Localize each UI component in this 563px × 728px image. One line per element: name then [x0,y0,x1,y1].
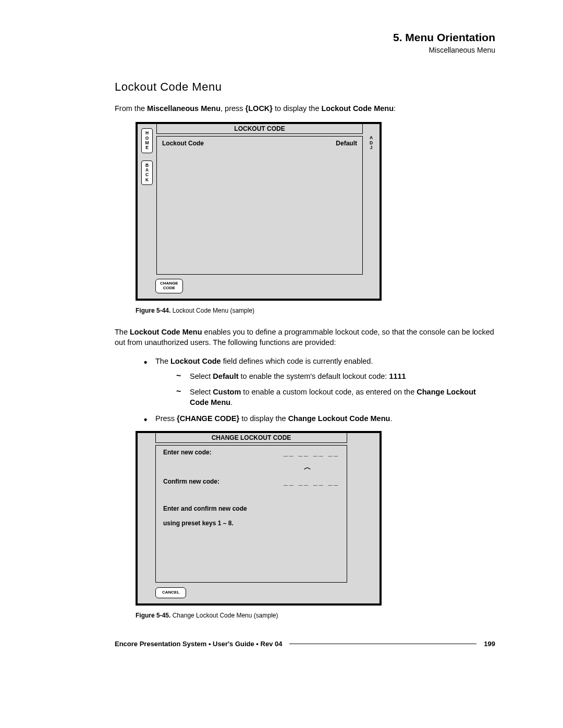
field-value: Default [336,140,357,147]
description-paragraph: The Lockout Code Menu enables you to def… [115,327,495,348]
bullet-list: The Lockout Code field defines which cod… [115,356,495,423]
field-label: Lockout Code [162,140,204,147]
breadcrumb: Miscellaneous Menu [115,46,495,54]
footer-rule [289,644,476,644]
figure-caption-2: Figure 5-45. Change Lockout Code Menu (s… [136,612,495,619]
bullet-item: The Lockout Code field defines which cod… [144,356,495,408]
home-button[interactable]: H O M E [141,128,153,153]
instruction-line: using preset keys 1 – 8. [163,520,339,527]
subbullet-item: Select Default to enable the system's de… [176,371,495,381]
enter-code-field: __ __ __ __ [284,449,339,457]
screen-area: Enter new code: __ __ __ __ ︿ Confirm ne… [155,445,347,583]
confirm-code-field: __ __ __ __ [284,478,339,486]
section-heading: Lockout Code Menu [115,80,495,94]
page-number: 199 [484,640,495,648]
intro-paragraph: From the Miscellaneous Menu, press {LOCK… [115,103,495,114]
back-button[interactable]: B A C K [141,161,153,185]
screen-area: Lockout Code Default [156,136,363,275]
caret-icon: ︿ [163,463,339,471]
instruction-line: Enter and confirm new code [163,505,339,512]
page: 5. Menu Orientation Miscellaneous Menu L… [0,0,563,669]
confirm-code-label: Confirm new code: [163,478,219,486]
screen-title: CHANGE LOCKOUT CODE [155,433,347,443]
screen-title: LOCKOUT CODE [156,124,363,134]
page-footer: Encore Presentation System • User's Guid… [115,640,495,648]
figure-lockout-code-menu: H O M E B A C K LOCKOUT CODE Lockout Cod… [136,122,382,301]
bullet-item: Press {CHANGE CODE} to display the Chang… [144,413,495,424]
figure-caption-1: Figure 5-44. Lockout Code Menu (sample) [136,307,495,314]
change-code-button[interactable]: CHANGE CODE [155,279,183,293]
chapter-title: 5. Menu Orientation [115,31,495,44]
adj-label: A D J [370,135,373,150]
figure-change-lockout-code-menu: CHANGE LOCKOUT CODE Enter new code: __ _… [136,431,382,606]
footer-title: Encore Presentation System • User's Guid… [115,640,282,648]
enter-code-label: Enter new code: [163,449,212,457]
cancel-button[interactable]: CANCEL [155,587,186,598]
subbullet-item: Select Custom to enable a custom lockout… [176,387,495,408]
